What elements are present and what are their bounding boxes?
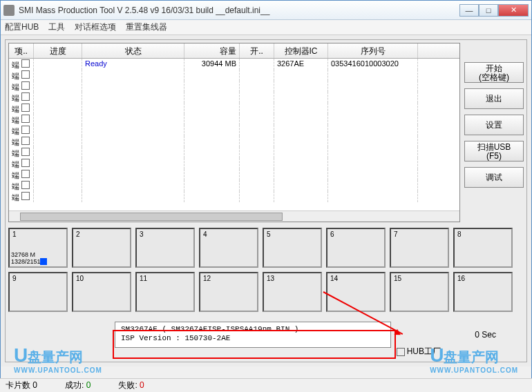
status-success: 成功: 0 bbox=[65, 380, 91, 391]
app-icon bbox=[3, 5, 15, 16]
slot-13[interactable]: 13 bbox=[263, 272, 322, 312]
table-body: 端 Ready 30944 MB 3267AE 0353416010003020… bbox=[9, 59, 459, 212]
titlebar: SMI Mass Production Tool V 2.5.48 v9 16/… bbox=[1, 1, 531, 20]
col-serial[interactable]: 序列号 bbox=[328, 43, 418, 58]
col-item[interactable]: 项.. bbox=[9, 43, 34, 58]
slot-6[interactable]: 6 bbox=[326, 228, 386, 268]
menu-reset[interactable]: 重置集线器 bbox=[126, 21, 167, 33]
menu-dialog[interactable]: 对话框选项 bbox=[75, 21, 116, 33]
menubar: 配置HUB 工具 对话框选项 重置集线器 bbox=[1, 20, 531, 35]
slot-1[interactable]: 132768 M1328/21518 bbox=[8, 228, 68, 268]
slot-grid: 132768 M1328/21518 2 3 4 5 6 7 8 9 10 11… bbox=[8, 228, 524, 312]
main-panel: 项.. 进度 状态 容量 开.. 控制器IC 序列号 端 Ready bbox=[1, 35, 531, 366]
scan-usb-button[interactable]: 扫描USB (F5) bbox=[464, 141, 524, 161]
row-checkbox[interactable] bbox=[21, 81, 30, 90]
timer-label: 0 Sec bbox=[475, 330, 496, 340]
slot-2[interactable]: 2 bbox=[72, 228, 131, 268]
capacity-cell: 30944 MB bbox=[184, 59, 240, 70]
lower-panel: SM3267AE ( SM3267AEISP-ISPSAA19nm.BIN ) … bbox=[8, 317, 524, 359]
col-status[interactable]: 状态 bbox=[82, 43, 184, 58]
exit-button[interactable]: 退出 bbox=[464, 88, 524, 109]
menu-tools[interactable]: 工具 bbox=[48, 21, 65, 33]
row-checkbox[interactable] bbox=[21, 92, 30, 101]
window-title: SMI Mass Production Tool V 2.5.48 v9 16/… bbox=[19, 6, 459, 15]
side-buttons: 开始 (空格键) 退出 设置 扫描USB (F5) 调试 bbox=[464, 43, 524, 222]
slot-12[interactable]: 12 bbox=[199, 272, 258, 312]
maximize-button[interactable]: □ bbox=[479, 4, 498, 17]
slot-4[interactable]: 4 bbox=[199, 228, 258, 268]
table-row[interactable]: 端 Ready 30944 MB 3267AE 0353416010003020 bbox=[9, 59, 459, 70]
row-checkbox[interactable] bbox=[21, 59, 30, 68]
row-checkbox[interactable] bbox=[21, 159, 30, 167]
debug-button[interactable]: 调试 bbox=[464, 167, 524, 188]
status-cards: 卡片数 0 bbox=[6, 380, 37, 391]
horizontal-scrollbar[interactable] bbox=[9, 210, 459, 222]
status-fail: 失败: 0 bbox=[118, 380, 144, 391]
row-checkbox[interactable] bbox=[21, 115, 30, 123]
isp-line2: ISP Version : 150730-2AE bbox=[121, 334, 385, 343]
slot-15[interactable]: 15 bbox=[390, 272, 449, 312]
row-checkbox[interactable] bbox=[21, 137, 30, 145]
col-switch[interactable]: 开.. bbox=[240, 43, 274, 58]
status-cell: Ready bbox=[82, 59, 184, 70]
slot-8[interactable]: 8 bbox=[453, 228, 513, 268]
start-button[interactable]: 开始 (空格键) bbox=[464, 62, 524, 83]
minimize-button[interactable]: — bbox=[459, 4, 479, 17]
hub-factory-checkbox[interactable]: HUB工厂 bbox=[397, 346, 441, 357]
row-checkbox[interactable] bbox=[21, 104, 30, 112]
ic-cell: 3267AE bbox=[274, 59, 328, 70]
serial-cell: 0353416010003020 bbox=[328, 59, 418, 70]
row-checkbox[interactable] bbox=[21, 70, 30, 79]
isp-info-box: SM3267AE ( SM3267AEISP-ISPSAA19nm.BIN ) … bbox=[115, 322, 391, 348]
slot-14[interactable]: 14 bbox=[326, 272, 386, 312]
statusbar: 卡片数 0 成功: 0 失败: 0 bbox=[0, 378, 532, 392]
row-checkbox[interactable] bbox=[21, 148, 30, 156]
row-checkbox[interactable] bbox=[21, 126, 30, 134]
slot-3[interactable]: 3 bbox=[135, 228, 195, 268]
menu-hub[interactable]: 配置HUB bbox=[5, 21, 39, 33]
col-capacity[interactable]: 容量 bbox=[184, 43, 240, 58]
progress-indicator bbox=[40, 258, 47, 265]
row-checkbox[interactable] bbox=[21, 170, 30, 178]
slot-10[interactable]: 10 bbox=[72, 272, 131, 312]
app-window: SMI Mass Production Tool V 2.5.48 v9 16/… bbox=[0, 0, 532, 392]
setting-button[interactable]: 设置 bbox=[464, 115, 524, 135]
isp-line1: SM3267AE ( SM3267AEISP-ISPSAA19nm.BIN ) bbox=[121, 325, 385, 334]
slot-5[interactable]: 5 bbox=[263, 228, 322, 268]
row-checkbox[interactable] bbox=[21, 181, 30, 189]
col-progress[interactable]: 进度 bbox=[34, 43, 82, 58]
device-table: 项.. 进度 状态 容量 开.. 控制器IC 序列号 端 Ready bbox=[8, 43, 460, 222]
slot-7[interactable]: 7 bbox=[390, 228, 449, 268]
slot-11[interactable]: 11 bbox=[135, 272, 195, 312]
slot-9[interactable]: 9 bbox=[8, 272, 68, 312]
slot-16[interactable]: 16 bbox=[453, 272, 513, 312]
col-controller[interactable]: 控制器IC bbox=[274, 43, 328, 58]
row-checkbox[interactable] bbox=[21, 192, 30, 200]
close-button[interactable]: ✕ bbox=[498, 4, 529, 17]
